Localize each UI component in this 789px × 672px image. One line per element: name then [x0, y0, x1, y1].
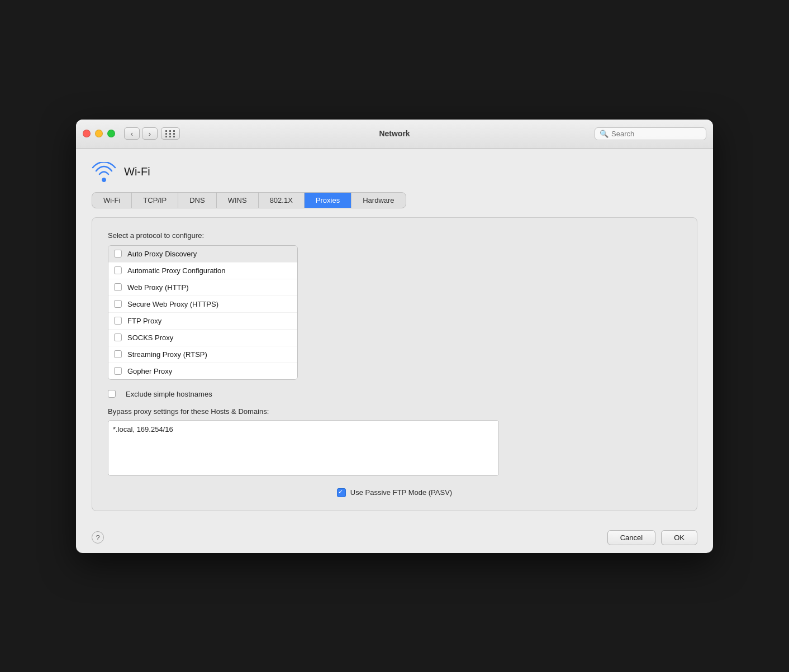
checkbox-socks-proxy[interactable] — [114, 333, 122, 341]
search-box[interactable]: 🔍 — [595, 127, 706, 140]
wifi-header: Wi-Fi — [92, 162, 697, 182]
checkbox-streaming-proxy[interactable] — [114, 350, 122, 358]
tab-proxies[interactable]: Proxies — [305, 193, 351, 208]
protocol-label-streaming-proxy: Streaming Proxy (RTSP) — [127, 350, 207, 359]
search-input[interactable] — [611, 130, 701, 138]
back-button[interactable]: ‹ — [124, 127, 140, 140]
passive-ftp-row: Use Passive FTP Mode (PASV) — [108, 488, 681, 497]
checkbox-gopher-proxy[interactable] — [114, 367, 122, 375]
protocol-label-auto-proxy-discovery: Auto Proxy Discovery — [127, 250, 197, 258]
cancel-button[interactable]: Cancel — [607, 530, 655, 545]
exclude-row: Exclude simple hostnames — [108, 390, 681, 398]
protocol-label-socks-proxy: SOCKS Proxy — [127, 333, 173, 342]
bypass-textarea[interactable] — [108, 420, 499, 476]
wifi-icon — [92, 162, 116, 182]
checkbox-web-proxy-http[interactable] — [114, 283, 122, 291]
maximize-button[interactable] — [107, 130, 115, 137]
forward-button[interactable]: › — [142, 127, 158, 140]
action-buttons: Cancel OK — [607, 530, 697, 545]
passive-ftp-label: Use Passive FTP Mode (PASV) — [350, 488, 452, 497]
traffic-lights — [83, 130, 115, 137]
checkbox-auto-proxy-discovery[interactable] — [114, 250, 122, 258]
protocol-label-gopher-proxy: Gopher Proxy — [127, 367, 172, 375]
protocol-gopher-proxy[interactable]: Gopher Proxy — [108, 363, 297, 379]
tab-8021x[interactable]: 802.1X — [259, 193, 305, 208]
protocol-web-proxy-http[interactable]: Web Proxy (HTTP) — [108, 279, 297, 296]
grid-icon — [165, 130, 176, 137]
bottom-bar: ? Cancel OK — [76, 522, 713, 553]
proxies-panel: Select a protocol to configure: Auto Pro… — [92, 217, 697, 511]
network-window: ‹ › Network 🔍 — [76, 120, 713, 553]
minimize-button[interactable] — [95, 130, 103, 137]
checkbox-ftp-proxy[interactable] — [114, 317, 122, 325]
protocol-label-automatic-proxy-config: Automatic Proxy Configuration — [127, 266, 226, 275]
wifi-label: Wi-Fi — [124, 165, 150, 178]
checkbox-automatic-proxy-config[interactable] — [114, 266, 122, 274]
window-title: Network — [379, 129, 410, 138]
protocol-label-secure-web-proxy: Secure Web Proxy (HTTPS) — [127, 300, 218, 308]
nav-buttons: ‹ › — [124, 127, 158, 140]
help-button[interactable]: ? — [92, 531, 104, 544]
tab-wifi[interactable]: Wi-Fi — [92, 193, 132, 208]
protocol-socks-proxy[interactable]: SOCKS Proxy — [108, 330, 297, 346]
protocol-ftp-proxy[interactable]: FTP Proxy — [108, 313, 297, 330]
checkbox-exclude-hostnames[interactable] — [108, 390, 116, 398]
content-area: Wi-Fi Wi-Fi TCP/IP DNS WINS 802.1X Proxi… — [76, 149, 713, 522]
close-button[interactable] — [83, 130, 91, 137]
protocol-auto-proxy-discovery[interactable]: Auto Proxy Discovery — [108, 246, 297, 263]
search-icon: 🔍 — [600, 130, 609, 138]
protocol-secure-web-proxy[interactable]: Secure Web Proxy (HTTPS) — [108, 296, 297, 313]
tab-hardware[interactable]: Hardware — [351, 193, 405, 208]
select-protocol-label: Select a protocol to configure: — [108, 231, 681, 240]
exclude-label: Exclude simple hostnames — [126, 390, 212, 398]
protocol-automatic-proxy-config[interactable]: Automatic Proxy Configuration — [108, 263, 297, 279]
grid-button[interactable] — [161, 127, 180, 140]
bypass-label: Bypass proxy settings for these Hosts & … — [108, 407, 681, 416]
protocol-label-ftp-proxy: FTP Proxy — [127, 317, 161, 325]
protocol-streaming-proxy[interactable]: Streaming Proxy (RTSP) — [108, 346, 297, 363]
tab-tcpip[interactable]: TCP/IP — [132, 193, 178, 208]
titlebar: ‹ › Network 🔍 — [76, 120, 713, 149]
tabs-bar: Wi-Fi TCP/IP DNS WINS 802.1X Proxies Har… — [92, 192, 406, 208]
checkbox-passive-ftp[interactable] — [337, 488, 346, 497]
checkbox-secure-web-proxy[interactable] — [114, 300, 122, 308]
tab-dns[interactable]: DNS — [178, 193, 216, 208]
tab-wins[interactable]: WINS — [217, 193, 259, 208]
protocol-list: Auto Proxy Discovery Automatic Proxy Con… — [108, 245, 298, 380]
ok-button[interactable]: OK — [661, 530, 697, 545]
protocol-label-web-proxy-http: Web Proxy (HTTP) — [127, 283, 189, 292]
